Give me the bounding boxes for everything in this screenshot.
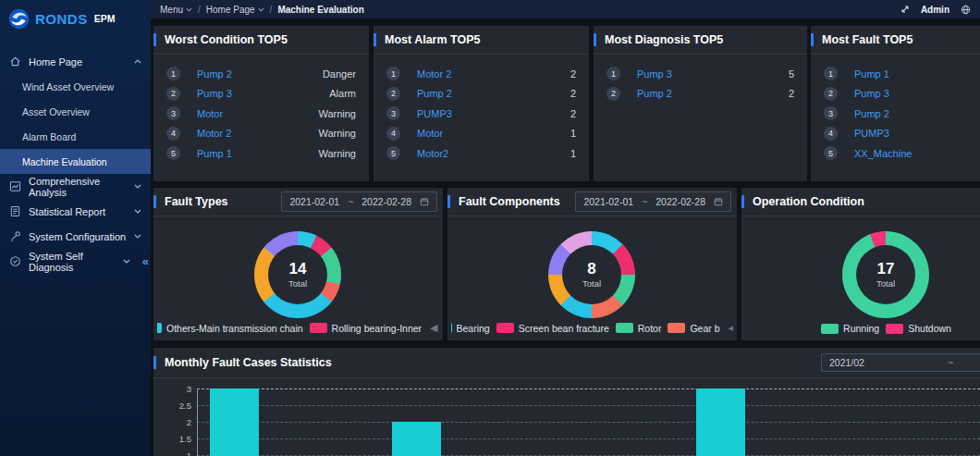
- machine-link[interactable]: Pump 1: [197, 148, 232, 159]
- accent-bar: [447, 195, 450, 208]
- sidebar-nav: Home Page Wind Asset Overview Asset Over…: [0, 49, 151, 274]
- fullscreen-icon[interactable]: [900, 5, 910, 14]
- legend-item[interactable]: Rotor: [616, 323, 662, 334]
- machine-link[interactable]: Pump 2: [417, 88, 452, 99]
- table-row: 5Pump 1Warning: [153, 143, 369, 164]
- worst-condition-panel: Worst Condition TOP5 1Pump 2Danger 2Pump…: [153, 26, 369, 181]
- row-value: Alarm: [329, 88, 356, 99]
- machine-link[interactable]: PUMP3: [417, 108, 452, 119]
- table-row: 3PUMP32: [374, 104, 589, 124]
- machine-link[interactable]: Motor: [197, 108, 223, 119]
- machine-link[interactable]: Motor 2: [197, 128, 231, 139]
- top5-list: 1Pump 1 2Pump 3 3Pump 2 4PUMP3 5XX_Machi…: [811, 55, 980, 164]
- sidebar-item-label: System Configuration: [29, 231, 126, 242]
- sidebar-item-label: Alarm Board: [22, 131, 76, 142]
- date-separator: ~: [948, 357, 953, 368]
- breadcrumb-home-page[interactable]: Home Page: [206, 5, 264, 15]
- sidebar-item-statistical-report[interactable]: Statistical Report: [0, 199, 151, 224]
- sidebar-item-system-configuration[interactable]: System Configuration: [0, 224, 151, 249]
- monthly-fault-chart[interactable]: 32.521.51: [153, 377, 980, 456]
- sidebar-item-wind-asset-overview[interactable]: Wind Asset Overview: [0, 74, 151, 99]
- chevron-down-icon: [258, 7, 264, 12]
- language-globe-icon[interactable]: [961, 5, 971, 15]
- legend-item[interactable]: Gear b: [668, 323, 719, 334]
- panel-header: Most Diagnosis TOP5: [594, 26, 807, 55]
- brand-logo[interactable]: RONDS EPM: [0, 0, 151, 37]
- table-row: 2Pump 22: [374, 84, 589, 105]
- panel-title: Worst Condition TOP5: [165, 33, 288, 46]
- table-row: 2Pump 3Alarm: [153, 84, 369, 105]
- breadcrumb-menu[interactable]: Menu: [160, 5, 192, 15]
- row-value: 1: [570, 128, 576, 139]
- machine-link[interactable]: Pump 1: [854, 68, 889, 80]
- gridline: [197, 388, 980, 389]
- machine-link[interactable]: Pump 2: [637, 88, 672, 99]
- table-row: 2Pump 3: [811, 84, 980, 105]
- sidebar-item-label: Comprehensive Analysis: [29, 176, 134, 198]
- date-range-picker[interactable]: 2021/02 ~ 2022/02: [821, 353, 980, 372]
- sidebar-item-alarm-board[interactable]: Alarm Board: [0, 124, 151, 149]
- wrench-icon: [9, 230, 21, 242]
- row-value: Danger: [323, 68, 356, 80]
- sidebar-item-home-page[interactable]: Home Page: [0, 49, 151, 74]
- report-document-icon: [9, 205, 21, 217]
- row-value: 5: [789, 68, 794, 80]
- rank-badge: 3: [824, 106, 838, 120]
- user-name[interactable]: Admin: [921, 5, 949, 15]
- machine-link[interactable]: Motor 2: [417, 68, 451, 80]
- date-range-picker[interactable]: 2021-02-01 ~ 2022-02-28: [575, 191, 731, 212]
- rank-badge: 2: [166, 87, 180, 101]
- rank-badge: 1: [166, 67, 180, 80]
- legend-item[interactable]: Others-Main transmission chain: [157, 323, 303, 334]
- panel-title: Fault Components: [459, 195, 560, 208]
- rank-badge: 4: [386, 127, 400, 141]
- machine-link[interactable]: Pump 3: [854, 88, 889, 99]
- y-axis-line: [197, 388, 198, 456]
- machine-link[interactable]: Pump 2: [854, 108, 889, 119]
- total-value: 8: [587, 261, 595, 277]
- most-alarm-panel: Most Alarm TOP5 1Motor 22 2Pump 22 3PUMP…: [374, 26, 589, 181]
- date-range-picker[interactable]: 2021-02-01 ~ 2022-02-28: [281, 191, 437, 212]
- operation-condition-donut[interactable]: 17 Total: [842, 231, 929, 318]
- table-row: 3Pump 2: [811, 104, 980, 124]
- machine-link[interactable]: XX_Machine: [854, 148, 912, 159]
- rank-badge: 3: [166, 106, 180, 120]
- bar[interactable]: [210, 388, 259, 456]
- machine-evaluation-dashboard: RONDS EPM Home Page Wind Asset Overview …: [0, 0, 980, 456]
- fault-types-donut[interactable]: 14 Total: [254, 231, 341, 318]
- y-tick-label: 1.5: [153, 434, 191, 444]
- sidebar-item-machine-evaluation[interactable]: Machine Evaluation: [0, 149, 151, 174]
- fault-components-donut[interactable]: 8 Total: [548, 231, 635, 318]
- date-separator: ~: [642, 196, 647, 207]
- sidebar-collapse-icon[interactable]: «: [142, 249, 149, 274]
- row-value: 2: [570, 108, 576, 119]
- machine-link[interactable]: Motor2: [417, 148, 448, 159]
- y-tick-label: 3: [153, 384, 191, 394]
- machine-link[interactable]: Pump 3: [197, 88, 232, 99]
- most-fault-panel: Most Fault TOP5 1Pump 1 2Pump 3 3Pump 2 …: [811, 26, 980, 181]
- row-value: 1: [570, 148, 576, 159]
- legend-prev-icon[interactable]: ◀: [430, 322, 437, 334]
- legend-item[interactable]: Bearing: [451, 323, 490, 334]
- machine-link[interactable]: Pump 3: [637, 68, 672, 80]
- legend-item[interactable]: Rolling bearing-Inner: [310, 323, 422, 334]
- sidebar-item-comprehensive-analysis[interactable]: Comprehensive Analysis: [0, 174, 151, 199]
- machine-link[interactable]: PUMP3: [854, 128, 889, 139]
- bar[interactable]: [696, 388, 745, 456]
- legend-prev-icon[interactable]: ◀: [729, 322, 733, 334]
- legend-swatch: [451, 323, 452, 333]
- sidebar-item-system-self-diagnosis[interactable]: System Self Diagnosis «: [0, 249, 151, 274]
- y-tick-label: 1: [153, 450, 191, 456]
- legend-item[interactable]: Running: [821, 323, 879, 334]
- bar[interactable]: [392, 422, 441, 456]
- sidebar-item-asset-overview[interactable]: Asset Overview: [0, 99, 151, 124]
- machine-link[interactable]: Pump 2: [197, 68, 232, 80]
- legend-item[interactable]: Screen bean fracture: [496, 323, 609, 334]
- chevron-down-icon: [134, 234, 141, 239]
- rank-badge: 2: [386, 87, 400, 101]
- machine-link[interactable]: Motor: [417, 128, 443, 139]
- legend-item[interactable]: Shutdown: [886, 323, 951, 334]
- gridline: [197, 422, 980, 423]
- fault-types-panel: Fault Types 2021-02-01 ~ 2022-02-28 14 T…: [153, 188, 443, 340]
- sidebar-item-label: Asset Overview: [22, 106, 90, 117]
